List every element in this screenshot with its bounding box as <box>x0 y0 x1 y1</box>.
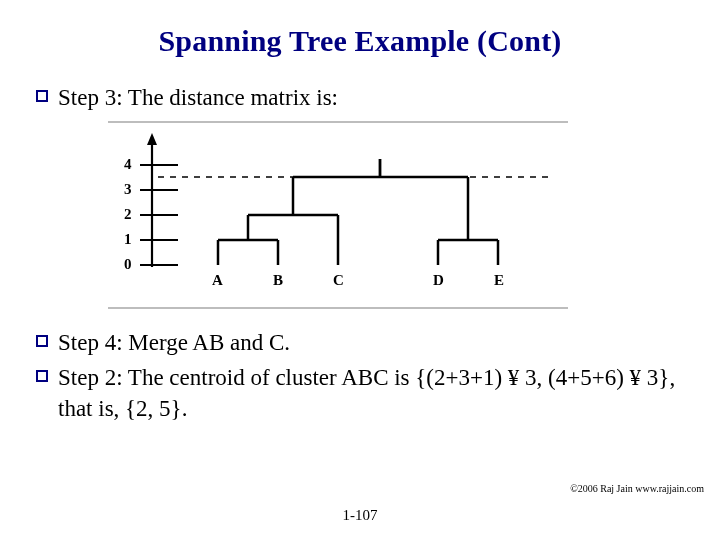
square-bullet-icon <box>36 90 48 102</box>
dendrogram-svg: 0 1 2 3 4 <box>108 129 568 299</box>
ytick-1: 1 <box>124 231 132 247</box>
slide: Spanning Tree Example (Cont) Step 3: The… <box>0 0 720 540</box>
leaf-C: C <box>333 272 344 288</box>
leaf-A: A <box>212 272 223 288</box>
dendrogram-figure: 0 1 2 3 4 <box>108 121 690 309</box>
bullet-text: Step 3: The distance matrix is: <box>58 82 690 113</box>
bullet-step2: Step 2: The centroid of cluster ABC is {… <box>36 362 690 424</box>
ytick-2: 2 <box>124 206 132 222</box>
ytick-4: 4 <box>124 156 132 172</box>
bullet-step4: Step 4: Merge AB and C. <box>36 327 690 358</box>
page-number: 1-107 <box>0 507 720 524</box>
figure-border: 0 1 2 3 4 <box>108 121 568 309</box>
leaf-E: E <box>494 272 504 288</box>
leaf-D: D <box>433 272 444 288</box>
square-bullet-icon <box>36 370 48 382</box>
square-bullet-icon <box>36 335 48 347</box>
bullet-text: Step 4: Merge AB and C. <box>58 327 690 358</box>
ytick-0: 0 <box>124 256 132 272</box>
bullet-step3: Step 3: The distance matrix is: <box>36 82 690 113</box>
bullet-text: Step 2: The centroid of cluster ABC is {… <box>58 362 690 424</box>
leaf-B: B <box>273 272 283 288</box>
ytick-3: 3 <box>124 181 132 197</box>
copyright-text: ©2006 Raj Jain www.rajjain.com <box>570 483 704 494</box>
slide-title: Spanning Tree Example (Cont) <box>30 24 690 58</box>
y-axis-arrow-icon <box>147 133 157 145</box>
